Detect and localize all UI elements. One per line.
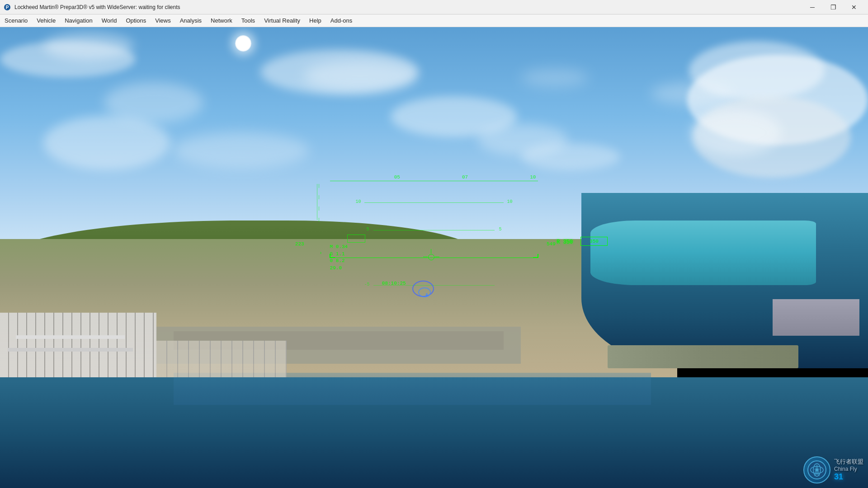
- restore-button[interactable]: ❐: [823, 0, 844, 14]
- menu-item-options[interactable]: Options: [121, 14, 151, 27]
- menu-item-vehicle[interactable]: Vehicle: [32, 14, 60, 27]
- menu-item-views[interactable]: Views: [151, 14, 175, 27]
- watermark-number: 31: [834, 472, 863, 482]
- menu-item-network[interactable]: Network: [206, 14, 237, 27]
- watermark-line2: China Fly: [834, 466, 863, 472]
- watermark: 飞行者联盟 China Fly 31: [803, 456, 863, 483]
- watermark-logo: [803, 456, 830, 483]
- title-bar-left: P Lockheed Martin® Prepar3D® v5 with Wid…: [4, 4, 180, 11]
- menu-item-help[interactable]: Help: [305, 14, 326, 27]
- menu-item-world[interactable]: World: [97, 14, 122, 27]
- menu-bar: Scenario Vehicle Navigation World Option…: [0, 14, 868, 27]
- flight-viewport[interactable]: 05 07 10 10 10 5 5 -5: [0, 27, 868, 488]
- minimize-button[interactable]: ─: [802, 0, 823, 14]
- watermark-line1: 飞行者联盟: [834, 458, 863, 466]
- peninsula: [608, 345, 798, 368]
- buildings-area: [0, 313, 156, 377]
- app-icon: P: [4, 4, 11, 11]
- menu-item-tools[interactable]: Tools: [237, 14, 259, 27]
- city-area: [773, 299, 859, 336]
- title-bar: P Lockheed Martin® Prepar3D® v5 with Wid…: [0, 0, 868, 14]
- water-reflection: [174, 373, 651, 405]
- shallow-water: [590, 221, 816, 285]
- window-title: Lockheed Martin® Prepar3D® v5 with WideS…: [14, 4, 180, 10]
- menu-item-navigation[interactable]: Navigation: [60, 14, 97, 27]
- window-controls: ─ ❐ ✕: [802, 0, 864, 14]
- menu-item-virtualreality[interactable]: Virtual Reality: [259, 14, 305, 27]
- menu-item-addons[interactable]: Add-ons: [326, 14, 357, 27]
- menu-item-scenario[interactable]: Scenario: [0, 14, 32, 27]
- menu-item-analysis[interactable]: Analysis: [175, 14, 206, 27]
- svg-text:P: P: [6, 5, 9, 10]
- buildings-mid: [156, 341, 287, 378]
- close-button[interactable]: ✕: [844, 0, 864, 14]
